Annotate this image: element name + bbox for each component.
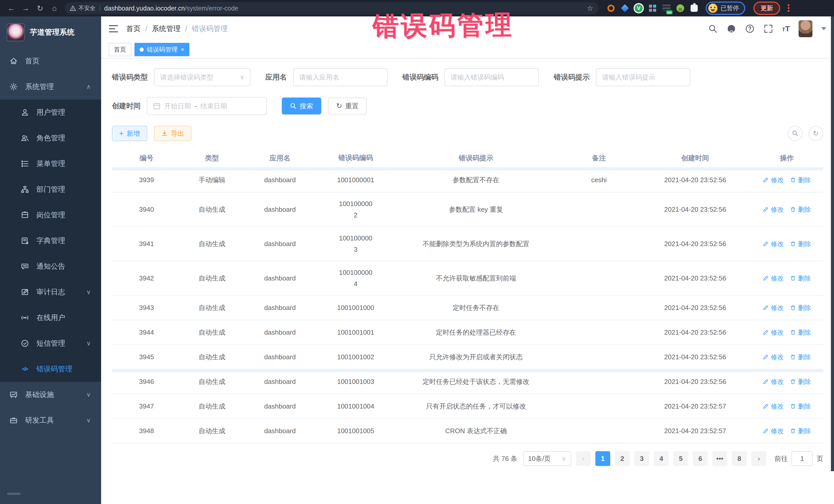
paused-badge[interactable]: 已暂停 [706, 2, 745, 15]
sidebar-item-label: 岗位管理 [37, 210, 84, 220]
help-icon[interactable] [745, 24, 755, 34]
sidebar-item[interactable]: 菜单管理 [0, 151, 101, 177]
export-button[interactable]: 导出 [154, 126, 192, 141]
search-icon[interactable] [708, 24, 718, 34]
page-button[interactable]: 6 [693, 451, 708, 466]
github-icon[interactable] [726, 24, 736, 34]
extension-puzzle-icon[interactable] [690, 4, 699, 13]
sidebar-item[interactable]: 岗位管理 [0, 202, 101, 228]
tag-item[interactable]: 错误码管理 × [134, 43, 190, 56]
delete-link[interactable]: 删除 [790, 328, 811, 337]
delete-link[interactable]: 删除 [790, 353, 811, 361]
prev-page-button[interactable]: ‹ [576, 451, 591, 466]
home-icon[interactable]: ⌂ [48, 2, 61, 14]
bookmark-star-icon[interactable]: ☆ [587, 4, 593, 13]
edit-link[interactable]: 修改 [763, 328, 784, 337]
delete-link[interactable]: 删除 [790, 402, 811, 411]
show-search-toggle-button[interactable] [788, 126, 803, 141]
edit-link[interactable]: 修改 [763, 205, 784, 214]
user-avatar[interactable] [798, 20, 812, 37]
cell-id: 3939 [112, 176, 181, 184]
hamburger-icon[interactable] [109, 25, 118, 32]
page-button[interactable]: 4 [654, 451, 669, 466]
delete-link[interactable]: 删除 [790, 377, 811, 386]
address-bar[interactable]: 不安全 dashboard.yudao.iocoder.cn/system/er… [65, 2, 598, 14]
url-text[interactable]: dashboard.yudao.iocoder.cn/system/error-… [104, 5, 583, 12]
font-size-icon[interactable]: TT [782, 24, 790, 33]
scrollbar[interactable] [831, 17, 834, 471]
app-title: 芋道管理系统 [30, 27, 74, 38]
extension-green-circle-icon[interactable]: V [634, 4, 643, 13]
sidebar-item[interactable]: 研发工具 ∨ [0, 408, 101, 433]
sidebar-item[interactable]: 在线用户 [0, 305, 101, 330]
delete-link[interactable]: 删除 [790, 427, 811, 435]
page-button[interactable]: 1 [595, 451, 610, 466]
cell-create-time: 2021-04-20 23:52:56 [640, 328, 750, 336]
edit-link[interactable]: 修改 [763, 304, 784, 312]
sidebar-item[interactable]: 基础设施 ∨ [0, 382, 101, 408]
sidebar-item[interactable]: 部门管理 [0, 177, 101, 202]
extension-blue-gem-icon[interactable] [620, 4, 629, 13]
breadcrumb-home[interactable]: 首页 [126, 24, 140, 34]
add-button[interactable]: + 新增 [112, 126, 147, 141]
refresh-table-button[interactable]: ↻ [808, 126, 823, 141]
reset-button[interactable]: ↻ 重置 [328, 97, 367, 114]
create-time-range-picker[interactable]: 开始日期 - 结束日期 [147, 97, 267, 115]
sidebar-item[interactable]: </> 错误码管理 [0, 356, 101, 382]
page-size-select[interactable]: 10条/页 ∨ [523, 451, 571, 466]
page-button[interactable]: ••• [712, 451, 727, 466]
app-name-input[interactable]: 请输入应用名 [293, 68, 388, 86]
extension-on-badge-icon[interactable]: on [662, 4, 671, 13]
error-tip-input[interactable]: 请输入错误码提示 [596, 68, 690, 86]
page-button[interactable]: 5 [673, 451, 688, 466]
extension-grid-icon[interactable] [648, 4, 657, 13]
table-tools: ↻ [788, 126, 823, 141]
breadcrumb-system[interactable]: 系统管理 [152, 24, 181, 34]
delete-link[interactable]: 删除 [790, 274, 811, 283]
extension-key-icon[interactable] [676, 4, 685, 13]
browser-menu-icon[interactable]: ••• [785, 4, 792, 12]
edit-link[interactable]: 修改 [763, 402, 784, 411]
delete-link[interactable]: 删除 [790, 176, 811, 184]
next-page-button[interactable]: › [751, 451, 766, 466]
tag-item[interactable]: 首页 [109, 43, 131, 56]
sidebar-logo[interactable]: 芋道管理系统 [0, 17, 101, 48]
page-button[interactable]: 2 [615, 451, 630, 466]
table-header-row: 编号 类型 应用名 错误码编码 错误码提示 备注 创建时间 操作 [112, 149, 823, 168]
search-button[interactable]: 搜索 [282, 97, 321, 114]
page-button[interactable]: 8 [732, 451, 747, 466]
avatar-caret-icon[interactable] [821, 27, 826, 30]
delete-link[interactable]: 删除 [790, 304, 811, 312]
sidebar-item[interactable]: 审计日志 ∨ [0, 279, 101, 305]
edit-link[interactable]: 修改 [763, 176, 784, 184]
edit-link[interactable]: 修改 [763, 240, 784, 248]
sidebar-item[interactable]: 字典管理 [0, 228, 101, 254]
reload-icon[interactable]: ↻ [34, 2, 46, 14]
browser-update-button[interactable]: 更新 [753, 2, 780, 15]
not-secure-warning[interactable]: 不安全 [70, 4, 95, 12]
goto-page-input[interactable]: 1 [791, 451, 813, 466]
sidebar-item[interactable]: 用户管理 [0, 100, 101, 125]
forward-icon[interactable]: → [20, 2, 32, 14]
online-users-icon [21, 313, 29, 322]
sidebar-item[interactable]: 角色管理 [0, 125, 101, 151]
sidebar-item[interactable]: 首页 [0, 48, 101, 74]
sidebar-item[interactable]: 系统管理 ∧ [0, 74, 101, 100]
edit-link[interactable]: 修改 [763, 377, 784, 386]
sidebar-collapse-handle[interactable] [0, 483, 101, 504]
error-code-input[interactable]: 请输入错误码编码 [444, 68, 539, 86]
sidebar-item[interactable]: 通知公告 [0, 254, 101, 279]
tag-close-icon[interactable]: × [181, 46, 184, 52]
delete-link[interactable]: 删除 [790, 205, 811, 214]
page-button[interactable]: 3 [634, 451, 649, 466]
back-icon[interactable]: ← [5, 2, 18, 14]
error-type-select[interactable]: 请选择错误码类型 ∨ [154, 68, 250, 86]
fullscreen-icon[interactable] [764, 24, 773, 34]
delete-link[interactable]: 删除 [790, 240, 811, 248]
sidebar-item[interactable]: 短信管理 ∨ [0, 330, 101, 356]
extension-orange-ring-icon[interactable] [607, 4, 615, 13]
edit-link[interactable]: 修改 [763, 427, 784, 435]
edit-link[interactable]: 修改 [763, 274, 784, 283]
edit-link[interactable]: 修改 [763, 353, 784, 361]
cell-code: 1001000001 [317, 174, 394, 185]
